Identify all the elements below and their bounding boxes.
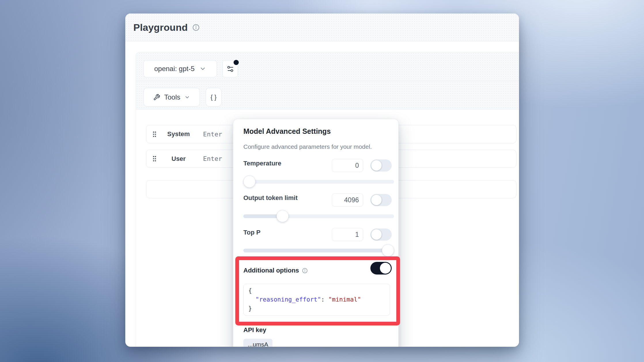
- sliders-icon: [226, 65, 234, 73]
- toggle-knob: [371, 229, 382, 240]
- message-role-label: System: [157, 130, 200, 138]
- json-colon: :: [321, 296, 328, 303]
- chevron-down-icon: [199, 65, 206, 72]
- popover-subtitle: Configure advanced parameters for your m…: [243, 143, 372, 150]
- slider-track: [243, 180, 394, 184]
- api-key-label: API key: [243, 326, 266, 334]
- temperature-slider[interactable]: [243, 176, 394, 188]
- output-token-limit-toggle[interactable]: [370, 194, 392, 206]
- message-input-placeholder[interactable]: Enter: [203, 155, 222, 162]
- toggle-knob: [380, 263, 391, 274]
- json-mode-button-label: { }: [211, 94, 217, 101]
- wrench-icon: [153, 94, 160, 101]
- temperature-label: Temperature: [243, 159, 281, 167]
- drag-handle-icon[interactable]: [152, 131, 157, 138]
- model-advanced-settings-popover: Model Advanced Settings Configure advanc…: [233, 119, 399, 347]
- json-mode-button[interactable]: { }: [206, 88, 221, 106]
- slider-fill: [243, 249, 388, 252]
- json-open-brace: {: [248, 287, 252, 294]
- top-p-slider[interactable]: [243, 244, 394, 256]
- output-token-limit-input[interactable]: [332, 193, 363, 207]
- popover-title: Model Advanced Settings: [243, 127, 331, 136]
- top-p-label: Top P: [243, 228, 260, 237]
- model-settings-button[interactable]: [222, 60, 238, 77]
- toggle-knob: [371, 160, 382, 171]
- model-selector-label: openai: gpt-5: [154, 65, 194, 73]
- additional-options-label: Additional options: [243, 266, 308, 275]
- output-token-limit-slider[interactable]: [243, 210, 394, 222]
- top-p-input[interactable]: [332, 228, 363, 241]
- info-icon[interactable]: [302, 268, 308, 274]
- additional-options-toggle[interactable]: [370, 262, 392, 275]
- tools-button[interactable]: Tools: [143, 88, 200, 106]
- slider-thumb[interactable]: [243, 176, 255, 188]
- temperature-toggle[interactable]: [370, 159, 392, 172]
- additional-options-label-text: Additional options: [243, 266, 299, 275]
- slider-thumb[interactable]: [382, 244, 394, 256]
- output-token-limit-label: Output token limit: [243, 194, 298, 202]
- window-header: Playground: [125, 14, 519, 41]
- toggle-knob: [371, 195, 382, 205]
- tools-button-label: Tools: [164, 93, 180, 101]
- top-p-toggle[interactable]: [370, 228, 392, 241]
- playground-window: Playground openai: gpt-5: [125, 14, 519, 347]
- playground-panel: openai: gpt-5 Tools: [136, 52, 519, 347]
- temperature-input[interactable]: [332, 159, 363, 172]
- json-key: "reasoning_effort": [255, 296, 321, 303]
- page-title: Playground: [133, 22, 188, 33]
- info-icon[interactable]: [192, 24, 200, 31]
- desktop-background: { "page": { "title": "Playground" }, "to…: [0, 0, 644, 362]
- slider-thumb[interactable]: [276, 210, 289, 222]
- api-key-chip[interactable]: ...umsA: [243, 339, 272, 347]
- message-input-placeholder[interactable]: Enter: [203, 131, 222, 138]
- drag-handle-icon[interactable]: [152, 155, 157, 162]
- model-selector-button[interactable]: openai: gpt-5: [143, 60, 217, 77]
- message-role-label: User: [157, 155, 200, 163]
- json-value: "minimal": [328, 296, 361, 303]
- chevron-down-icon: [184, 94, 190, 100]
- additional-options-json-editor[interactable]: {"reasoning_effort": "minimal"}: [243, 284, 390, 316]
- notification-dot: [234, 60, 239, 65]
- json-close-brace: }: [248, 305, 252, 312]
